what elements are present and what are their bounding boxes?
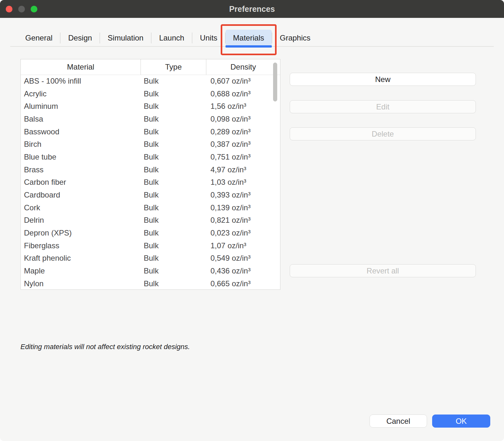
- cell-type: Bulk: [141, 216, 207, 225]
- table-row[interactable]: NylonBulk0,665 oz/in³: [21, 277, 280, 289]
- cell-type: Bulk: [141, 279, 207, 288]
- table-row[interactable]: BasswoodBulk0,289 oz/in³: [21, 125, 280, 138]
- tab-launch[interactable]: Launch: [151, 30, 192, 46]
- table-row[interactable]: BrassBulk4,97 oz/in³: [21, 163, 280, 176]
- cell-material: Maple: [21, 266, 141, 275]
- cell-type: Bulk: [141, 77, 207, 86]
- cell-type: Bulk: [141, 228, 207, 237]
- materials-note: Editing materials will not affect existi…: [20, 343, 190, 351]
- cell-density: 0,688 oz/in³: [207, 89, 280, 98]
- cell-material: Cardboard: [21, 191, 141, 199]
- cell-material: Depron (XPS): [21, 228, 141, 237]
- cancel-button[interactable]: Cancel: [370, 415, 427, 428]
- cell-type: Bulk: [141, 191, 207, 199]
- table-row[interactable]: AluminumBulk1,56 oz/in³: [21, 100, 280, 113]
- cell-material: Nylon: [21, 279, 141, 288]
- cell-material: Blue tube: [21, 153, 141, 161]
- tab-label: Launch: [159, 34, 184, 42]
- cell-material: Fiberglass: [21, 241, 141, 250]
- tab-units[interactable]: Units: [192, 30, 225, 46]
- cell-density: 0,751 oz/in³: [207, 153, 280, 161]
- column-header-density[interactable]: Density: [206, 59, 280, 75]
- cell-material: ABS - 100% infill: [21, 77, 141, 86]
- cell-material: Acrylic: [21, 89, 141, 98]
- edit-button[interactable]: Edit: [290, 100, 476, 113]
- cell-material: Kraft phenolic: [21, 254, 141, 263]
- window-title: Preferences: [229, 4, 275, 14]
- cell-type: Bulk: [141, 178, 207, 187]
- cell-type: Bulk: [141, 266, 207, 275]
- tab-strip: GeneralDesignSimulationLaunchUnitsMateri…: [10, 18, 494, 47]
- cell-type: Bulk: [141, 127, 207, 136]
- cell-material: Brass: [21, 165, 141, 174]
- cell-type: Bulk: [141, 102, 207, 111]
- cell-density: 1,07 oz/in³: [207, 241, 280, 250]
- zoom-button[interactable]: [31, 6, 37, 12]
- ok-button[interactable]: OK: [432, 415, 490, 428]
- table-body: ABS - 100% infillBulk0,607 oz/in³Acrylic…: [21, 75, 280, 289]
- tab-simulation[interactable]: Simulation: [100, 30, 151, 46]
- cell-density: 0,387 oz/in³: [207, 140, 280, 149]
- table-header: Material Type Density: [21, 59, 280, 75]
- cell-type: Bulk: [141, 165, 207, 174]
- table-row[interactable]: BalsaBulk0,098 oz/in³: [21, 113, 280, 125]
- cell-density: 0,098 oz/in³: [207, 115, 280, 123]
- tab-label: Units: [200, 34, 218, 42]
- cell-type: Bulk: [141, 203, 207, 212]
- cell-density: 0,549 oz/in³: [207, 254, 280, 263]
- tab-label: Simulation: [108, 34, 143, 42]
- close-button[interactable]: [6, 6, 12, 12]
- column-header-type[interactable]: Type: [141, 59, 206, 75]
- traffic-lights: [6, 0, 37, 18]
- table-row[interactable]: DelrinBulk0,821 oz/in³: [21, 214, 280, 227]
- table-row[interactable]: Kraft phenolicBulk0,549 oz/in³: [21, 252, 280, 265]
- cell-type: Bulk: [141, 153, 207, 161]
- cell-density: 1,56 oz/in³: [207, 102, 280, 111]
- table-row[interactable]: AcrylicBulk0,688 oz/in³: [21, 87, 280, 100]
- table-row[interactable]: CorkBulk0,139 oz/in³: [21, 201, 280, 214]
- tab-graphics[interactable]: Graphics: [272, 30, 318, 46]
- cell-material: Birch: [21, 140, 141, 149]
- cell-density: 0,436 oz/in³: [207, 266, 280, 275]
- table-row[interactable]: Carbon fiberBulk1,03 oz/in³: [21, 176, 280, 189]
- table-row[interactable]: CardboardBulk0,393 oz/in³: [21, 189, 280, 201]
- cell-material: Carbon fiber: [21, 178, 141, 187]
- cell-density: 0,821 oz/in³: [207, 216, 280, 225]
- minimize-button[interactable]: [18, 6, 25, 12]
- cell-density: 4,97 oz/in³: [207, 165, 280, 174]
- cell-material: Delrin: [21, 216, 141, 225]
- vertical-scrollbar[interactable]: [273, 63, 277, 101]
- preferences-window: Preferences GeneralDesignSimulationLaunc…: [0, 0, 504, 441]
- cell-material: Aluminum: [21, 102, 141, 111]
- cell-density: 0,289 oz/in³: [207, 127, 280, 136]
- column-header-material[interactable]: Material: [21, 59, 141, 75]
- title-bar: Preferences: [0, 0, 504, 18]
- cell-material: Cork: [21, 203, 141, 212]
- table-row[interactable]: Blue tubeBulk0,751 oz/in³: [21, 151, 280, 163]
- delete-button[interactable]: Delete: [290, 127, 476, 140]
- cell-type: Bulk: [141, 140, 207, 149]
- tab-materials[interactable]: Materials: [225, 30, 272, 46]
- tab-general[interactable]: General: [18, 30, 60, 46]
- cell-density: 0,393 oz/in³: [207, 191, 280, 199]
- tab-label: General: [25, 34, 52, 42]
- cell-type: Bulk: [141, 254, 207, 263]
- tab-label: Design: [68, 34, 92, 42]
- cell-type: Bulk: [141, 89, 207, 98]
- revert-all-button[interactable]: Revert all: [290, 264, 476, 277]
- cell-density: 0,139 oz/in³: [207, 203, 280, 212]
- new-button[interactable]: New: [290, 73, 476, 86]
- table-row[interactable]: FiberglassBulk1,07 oz/in³: [21, 239, 280, 252]
- cell-type: Bulk: [141, 115, 207, 123]
- tab-design[interactable]: Design: [60, 30, 100, 46]
- table-row[interactable]: Depron (XPS)Bulk0,023 oz/in³: [21, 227, 280, 239]
- table-row[interactable]: ABS - 100% infillBulk0,607 oz/in³: [21, 75, 280, 87]
- cell-density: 1,03 oz/in³: [207, 178, 280, 187]
- tab-label: Materials: [233, 34, 264, 42]
- cell-density: 0,607 oz/in³: [207, 77, 280, 86]
- cell-type: Bulk: [141, 241, 207, 250]
- table-row[interactable]: MapleBulk0,436 oz/in³: [21, 265, 280, 277]
- table-row[interactable]: BirchBulk0,387 oz/in³: [21, 138, 280, 151]
- cell-material: Basswood: [21, 127, 141, 136]
- tab-label: Graphics: [280, 34, 310, 42]
